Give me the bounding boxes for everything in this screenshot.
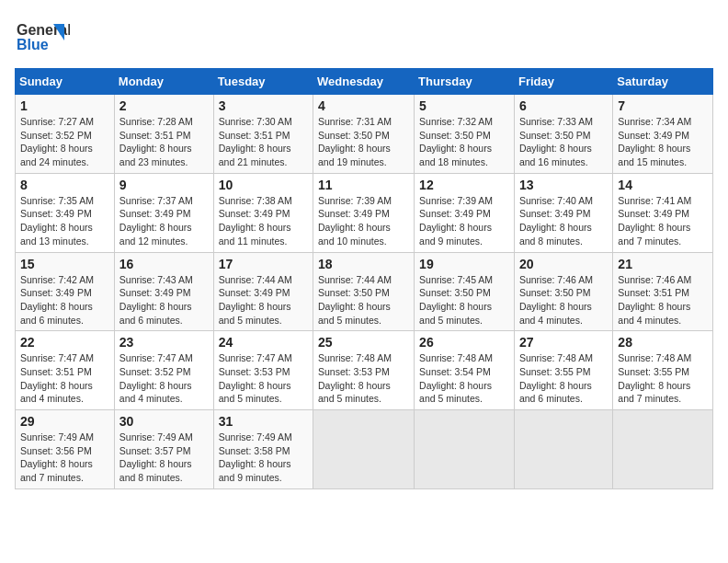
calendar-day-cell: 20Sunrise: 7:46 AMSunset: 3:50 PMDayligh… — [514, 252, 612, 331]
day-number: 1 — [20, 98, 109, 113]
day-info: Sunrise: 7:35 AMSunset: 3:49 PMDaylight:… — [20, 194, 109, 248]
day-info: Sunrise: 7:49 AMSunset: 3:57 PMDaylight:… — [119, 431, 209, 485]
day-number: 27 — [519, 335, 608, 350]
day-of-week-header: Sunday — [16, 69, 115, 95]
day-number: 8 — [20, 178, 109, 192]
calendar-week-row: 8Sunrise: 7:35 AMSunset: 3:49 PMDaylight… — [16, 173, 713, 252]
day-info: Sunrise: 7:47 AMSunset: 3:51 PMDaylight:… — [20, 351, 109, 406]
page-header: General Blue — [15, 15, 713, 61]
calendar-day-cell: 27Sunrise: 7:48 AMSunset: 3:55 PMDayligh… — [514, 331, 612, 410]
calendar-day-cell — [415, 410, 515, 489]
day-number: 26 — [419, 335, 509, 350]
day-info: Sunrise: 7:40 AMSunset: 3:49 PMDaylight:… — [519, 194, 608, 248]
day-info: Sunrise: 7:42 AMSunset: 3:49 PMDaylight:… — [20, 273, 109, 327]
day-info: Sunrise: 7:39 AMSunset: 3:49 PMDaylight:… — [318, 194, 409, 248]
calendar-day-cell: 25Sunrise: 7:48 AMSunset: 3:53 PMDayligh… — [313, 331, 415, 410]
calendar-day-cell: 23Sunrise: 7:47 AMSunset: 3:52 PMDayligh… — [114, 331, 213, 410]
day-number: 18 — [318, 257, 409, 271]
day-info: Sunrise: 7:28 AMSunset: 3:51 PMDaylight:… — [119, 115, 209, 169]
calendar-week-row: 29Sunrise: 7:49 AMSunset: 3:56 PMDayligh… — [16, 410, 713, 489]
day-info: Sunrise: 7:49 AMSunset: 3:58 PMDaylight:… — [219, 431, 308, 485]
calendar-day-cell: 19Sunrise: 7:45 AMSunset: 3:50 PMDayligh… — [415, 252, 515, 331]
calendar-day-cell: 17Sunrise: 7:44 AMSunset: 3:49 PMDayligh… — [213, 252, 313, 331]
calendar-day-cell: 30Sunrise: 7:49 AMSunset: 3:57 PMDayligh… — [114, 410, 213, 489]
calendar-day-cell: 2Sunrise: 7:28 AMSunset: 3:51 PMDaylight… — [114, 95, 213, 174]
day-info: Sunrise: 7:31 AMSunset: 3:50 PMDaylight:… — [318, 115, 409, 169]
day-number: 21 — [618, 257, 708, 271]
calendar-day-cell: 8Sunrise: 7:35 AMSunset: 3:49 PMDaylight… — [16, 173, 115, 252]
day-info: Sunrise: 7:46 AMSunset: 3:51 PMDaylight:… — [618, 273, 708, 327]
calendar-day-cell: 26Sunrise: 7:48 AMSunset: 3:54 PMDayligh… — [415, 331, 515, 410]
day-info: Sunrise: 7:48 AMSunset: 3:54 PMDaylight:… — [419, 351, 509, 406]
day-number: 20 — [519, 257, 608, 271]
day-number: 12 — [419, 178, 509, 192]
day-of-week-header: Saturday — [613, 69, 713, 95]
calendar-day-cell: 7Sunrise: 7:34 AMSunset: 3:49 PMDaylight… — [613, 95, 713, 174]
calendar-day-cell: 18Sunrise: 7:44 AMSunset: 3:50 PMDayligh… — [313, 252, 415, 331]
day-number: 17 — [219, 257, 308, 271]
day-of-week-header: Thursday — [415, 69, 515, 95]
calendar-header-row: SundayMondayTuesdayWednesdayThursdayFrid… — [16, 69, 713, 95]
calendar-day-cell: 5Sunrise: 7:32 AMSunset: 3:50 PMDaylight… — [415, 95, 515, 174]
calendar-day-cell — [313, 410, 415, 489]
day-number: 3 — [219, 98, 308, 113]
calendar-day-cell — [514, 410, 612, 489]
day-number: 13 — [519, 178, 608, 192]
calendar-day-cell: 10Sunrise: 7:38 AMSunset: 3:49 PMDayligh… — [213, 173, 313, 252]
day-info: Sunrise: 7:48 AMSunset: 3:55 PMDaylight:… — [618, 351, 708, 406]
day-number: 5 — [419, 98, 509, 113]
logo-icon: General Blue — [15, 15, 70, 61]
day-of-week-header: Tuesday — [213, 69, 313, 95]
calendar-day-cell: 28Sunrise: 7:48 AMSunset: 3:55 PMDayligh… — [613, 331, 713, 410]
day-number: 6 — [519, 98, 608, 113]
calendar-week-row: 1Sunrise: 7:27 AMSunset: 3:52 PMDaylight… — [16, 95, 713, 174]
calendar-day-cell: 29Sunrise: 7:49 AMSunset: 3:56 PMDayligh… — [16, 410, 115, 489]
calendar-day-cell: 22Sunrise: 7:47 AMSunset: 3:51 PMDayligh… — [16, 331, 115, 410]
day-number: 10 — [219, 178, 308, 192]
day-of-week-header: Monday — [114, 69, 213, 95]
day-info: Sunrise: 7:44 AMSunset: 3:49 PMDaylight:… — [219, 273, 308, 327]
calendar-table: SundayMondayTuesdayWednesdayThursdayFrid… — [15, 68, 713, 489]
day-number: 25 — [318, 335, 409, 350]
day-info: Sunrise: 7:47 AMSunset: 3:52 PMDaylight:… — [119, 351, 209, 406]
day-number: 7 — [618, 98, 708, 113]
day-number: 9 — [119, 178, 209, 192]
day-info: Sunrise: 7:48 AMSunset: 3:53 PMDaylight:… — [318, 351, 409, 406]
day-info: Sunrise: 7:27 AMSunset: 3:52 PMDaylight:… — [20, 115, 109, 169]
day-number: 23 — [119, 335, 209, 350]
calendar-week-row: 22Sunrise: 7:47 AMSunset: 3:51 PMDayligh… — [16, 331, 713, 410]
day-info: Sunrise: 7:38 AMSunset: 3:49 PMDaylight:… — [219, 194, 308, 248]
calendar-day-cell: 4Sunrise: 7:31 AMSunset: 3:50 PMDaylight… — [313, 95, 415, 174]
day-number: 24 — [219, 335, 308, 350]
day-info: Sunrise: 7:48 AMSunset: 3:55 PMDaylight:… — [519, 351, 608, 406]
day-number: 4 — [318, 98, 409, 113]
day-of-week-header: Wednesday — [313, 69, 415, 95]
day-number: 2 — [119, 98, 209, 113]
day-number: 22 — [20, 335, 109, 350]
calendar-day-cell: 11Sunrise: 7:39 AMSunset: 3:49 PMDayligh… — [313, 173, 415, 252]
calendar-day-cell: 13Sunrise: 7:40 AMSunset: 3:49 PMDayligh… — [514, 173, 612, 252]
day-info: Sunrise: 7:37 AMSunset: 3:49 PMDaylight:… — [119, 194, 209, 248]
calendar-day-cell: 6Sunrise: 7:33 AMSunset: 3:50 PMDaylight… — [514, 95, 612, 174]
svg-text:Blue: Blue — [17, 37, 49, 52]
day-info: Sunrise: 7:47 AMSunset: 3:53 PMDaylight:… — [219, 351, 308, 406]
calendar-day-cell — [613, 410, 713, 489]
day-info: Sunrise: 7:46 AMSunset: 3:50 PMDaylight:… — [519, 273, 608, 327]
calendar-day-cell: 16Sunrise: 7:43 AMSunset: 3:49 PMDayligh… — [114, 252, 213, 331]
logo: General Blue — [15, 15, 70, 61]
day-info: Sunrise: 7:44 AMSunset: 3:50 PMDaylight:… — [318, 273, 409, 327]
day-info: Sunrise: 7:32 AMSunset: 3:50 PMDaylight:… — [419, 115, 509, 169]
day-number: 14 — [618, 178, 708, 192]
day-number: 15 — [20, 257, 109, 271]
day-number: 31 — [219, 414, 308, 429]
day-info: Sunrise: 7:49 AMSunset: 3:56 PMDaylight:… — [20, 431, 109, 485]
calendar-day-cell: 1Sunrise: 7:27 AMSunset: 3:52 PMDaylight… — [16, 95, 115, 174]
calendar-day-cell: 15Sunrise: 7:42 AMSunset: 3:49 PMDayligh… — [16, 252, 115, 331]
day-info: Sunrise: 7:45 AMSunset: 3:50 PMDaylight:… — [419, 273, 509, 327]
calendar-day-cell: 12Sunrise: 7:39 AMSunset: 3:49 PMDayligh… — [415, 173, 515, 252]
day-info: Sunrise: 7:41 AMSunset: 3:49 PMDaylight:… — [618, 194, 708, 248]
calendar-day-cell: 9Sunrise: 7:37 AMSunset: 3:49 PMDaylight… — [114, 173, 213, 252]
day-number: 28 — [618, 335, 708, 350]
calendar-day-cell: 14Sunrise: 7:41 AMSunset: 3:49 PMDayligh… — [613, 173, 713, 252]
day-number: 19 — [419, 257, 509, 271]
